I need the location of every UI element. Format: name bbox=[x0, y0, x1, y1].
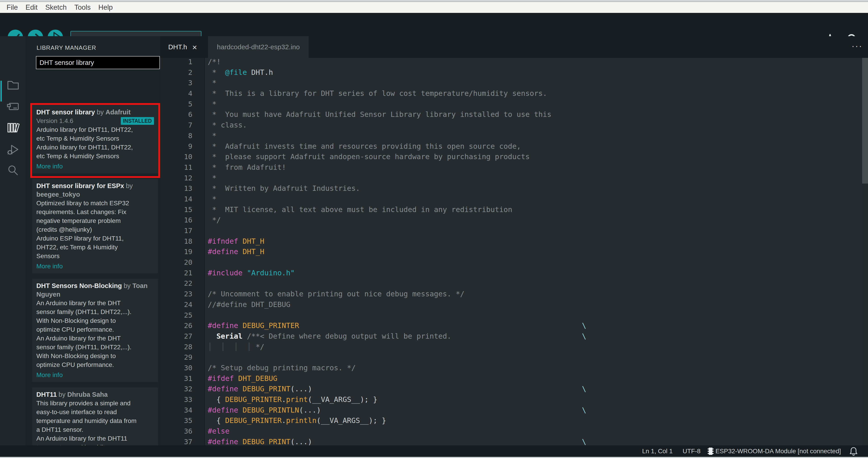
notifications-bell-icon[interactable] bbox=[849, 447, 858, 456]
board-status[interactable]: ESP32-WROOM-DA Module [not connected] bbox=[708, 447, 841, 455]
line-number: 1 bbox=[160, 58, 204, 67]
scrollbar-thumb[interactable] bbox=[862, 58, 868, 183]
tab-hardcoded-dht22-esp32.ino[interactable]: hardcoded-dht22-esp32.ino bbox=[208, 36, 309, 58]
line-number: 16 bbox=[160, 215, 204, 225]
line-number: 17 bbox=[160, 225, 204, 236]
line-number: 19 bbox=[160, 247, 204, 257]
library-card[interactable]: DHT sensor library by AdafruitVersion 1.… bbox=[32, 105, 158, 173]
menu-item-sketch[interactable]: Sketch bbox=[41, 3, 70, 11]
active-view-indicator bbox=[0, 81, 2, 102]
cursor-position: Ln 1, Col 1 bbox=[642, 448, 673, 455]
library-author: Dhruba Saha bbox=[67, 391, 108, 398]
library-description-line: easy-to-use interface to read bbox=[36, 408, 154, 417]
sidebar-item-library-manager[interactable] bbox=[6, 122, 20, 135]
library-description-line: With Non-Blocking design to bbox=[36, 351, 154, 360]
library-description-line: This library provides a simple and bbox=[36, 399, 154, 408]
library-search-input[interactable] bbox=[36, 56, 160, 69]
library-name: DHT Sensors Non-Blocking bbox=[36, 282, 122, 289]
line-number: 8 bbox=[160, 131, 204, 141]
more-info-link[interactable]: More info bbox=[36, 262, 63, 270]
tab-DHT.h[interactable]: DHT.h✕ bbox=[160, 36, 208, 58]
line-number: 22 bbox=[160, 278, 204, 289]
line-continuation: \ bbox=[582, 320, 586, 331]
line-number: 6 bbox=[160, 109, 204, 120]
library-card[interactable]: DHT11 by Dhruba SahaThis library provide… bbox=[32, 388, 158, 445]
library-description-line: (credits @helijunky) bbox=[36, 225, 154, 234]
code-line: /* Setup debug printing macros. */ bbox=[205, 363, 862, 373]
books-icon bbox=[6, 122, 20, 135]
window-bottom-edge bbox=[0, 457, 868, 458]
sidebar-item-boards-manager[interactable] bbox=[6, 100, 20, 113]
encoding-indicator: UTF-8 bbox=[683, 448, 701, 455]
line-number: 10 bbox=[160, 151, 204, 162]
library-description-line: Arduino ESP library for DHT11, bbox=[36, 234, 154, 243]
library-description-line: sensor family (DHT11, DHT22,...). bbox=[36, 308, 154, 316]
code-line: * bbox=[205, 173, 862, 183]
library-version: Version 1.4.6 bbox=[36, 117, 73, 124]
menu-bar: FileEditSketchToolsHelp bbox=[0, 2, 868, 13]
more-actions-icon[interactable]: ··· bbox=[851, 36, 863, 58]
line-number: 23 bbox=[160, 289, 204, 299]
code-line bbox=[205, 225, 862, 236]
library-description-line: a DHT11 sensor. bbox=[36, 425, 154, 434]
code-line: /*! bbox=[205, 58, 862, 67]
code-editor[interactable]: 1234567891011121314151617181920212223242… bbox=[160, 58, 868, 445]
line-number: 36 bbox=[160, 426, 204, 436]
tab-label: DHT.h bbox=[168, 43, 187, 51]
line-number: 37 bbox=[160, 436, 204, 445]
line-number: 20 bbox=[160, 257, 204, 268]
more-info-link[interactable]: More info bbox=[36, 162, 63, 171]
menu-item-tools[interactable]: Tools bbox=[70, 3, 94, 11]
line-number: 34 bbox=[160, 405, 204, 416]
editor-scrollbar[interactable] bbox=[862, 58, 868, 445]
line-number: 21 bbox=[160, 268, 204, 278]
library-title: DHT sensor library by Adafruit bbox=[36, 108, 154, 116]
line-number: 24 bbox=[160, 299, 204, 310]
close-icon[interactable]: ✕ bbox=[192, 44, 197, 51]
line-number: 11 bbox=[160, 162, 204, 173]
code-line: /* Uncomment to enable printing out nice… bbox=[205, 289, 862, 299]
window-top-edge bbox=[0, 0, 868, 2]
line-number: 15 bbox=[160, 204, 204, 215]
line-number: 9 bbox=[160, 141, 204, 152]
line-number: 28 bbox=[160, 342, 204, 352]
toolbar: ESP32-WROOM-DA Module bbox=[0, 13, 868, 36]
library-description-line: An Arduino library for the DHT bbox=[36, 334, 154, 343]
library-card[interactable]: DHT Sensors Non-Blocking by Toan NguyenA… bbox=[32, 279, 158, 382]
line-continuation: \ bbox=[582, 331, 586, 342]
library-description-line: optimize CPU performance. bbox=[36, 325, 154, 334]
sidebar-item-search[interactable] bbox=[6, 164, 20, 177]
library-description-line: An Arduino library for the DHT bbox=[36, 298, 154, 308]
line-number: 2 bbox=[160, 67, 204, 78]
line-number: 12 bbox=[160, 173, 204, 183]
line-number: 13 bbox=[160, 183, 204, 194]
bug-debug-icon bbox=[6, 143, 20, 156]
menu-item-help[interactable]: Help bbox=[95, 3, 117, 11]
library-description-line: DHT22, etc Temp & Humidity bbox=[36, 243, 154, 252]
library-description-line: temperature and humidity sensor bbox=[36, 443, 154, 445]
line-number: 5 bbox=[160, 99, 204, 109]
menu-item-file[interactable]: File bbox=[3, 3, 22, 11]
library-description-line: sensor family (DHT11, DHT22,...). bbox=[36, 343, 154, 351]
code-line: { DEBUG_PRINTER.print(__VA_ARGS__); } bbox=[205, 394, 862, 405]
code-line: #include "Arduino.h" bbox=[205, 268, 862, 278]
line-continuation: \ bbox=[582, 383, 586, 394]
editor-tab-bar: ··· DHT.h✕hardcoded-dht22-esp32.ino bbox=[160, 36, 868, 58]
code-line: * Written by Adafruit Industries. bbox=[205, 183, 862, 194]
sidebar-item-sketchbook[interactable] bbox=[6, 78, 20, 91]
code-line bbox=[205, 352, 862, 363]
line-number: 18 bbox=[160, 236, 204, 247]
code-content: /*! * @file DHT.h * * This is a library … bbox=[205, 58, 862, 445]
code-line: │ │ │ │ */ bbox=[205, 342, 862, 352]
menu-item-edit[interactable]: Edit bbox=[22, 3, 41, 11]
library-description-line: Sensors bbox=[36, 252, 154, 260]
library-description-line: etc Temp & Humidity Sensors bbox=[36, 134, 154, 143]
more-info-link[interactable]: More info bbox=[36, 371, 63, 379]
line-number: 26 bbox=[160, 320, 204, 331]
library-description-line: Arduino library for DHT11, DHT22, bbox=[36, 125, 154, 134]
library-version-row: Version 1.4.6INSTALLED bbox=[36, 116, 154, 125]
sidebar-item-debug[interactable] bbox=[6, 143, 20, 156]
line-number: 3 bbox=[160, 78, 204, 88]
library-by: by bbox=[57, 391, 67, 398]
library-card[interactable]: DHT sensor library for ESPx by beegee_to… bbox=[32, 179, 158, 273]
